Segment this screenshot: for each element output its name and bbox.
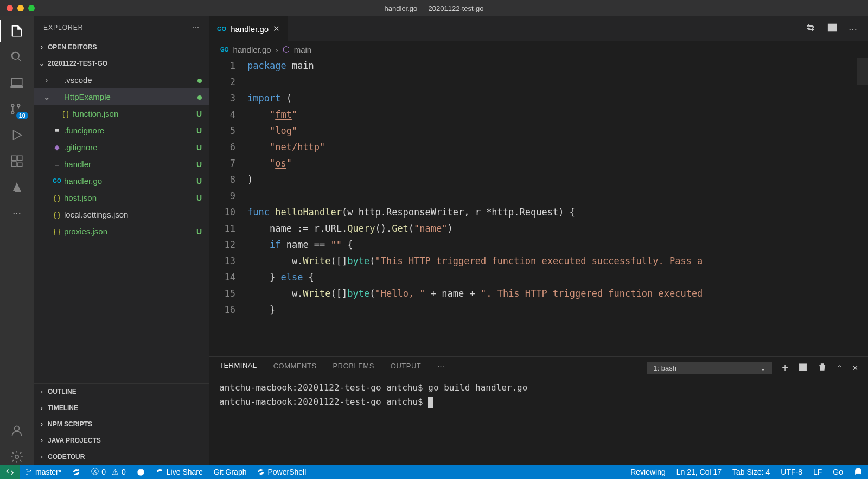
search-icon[interactable]: [9, 49, 25, 65]
azure-icon[interactable]: [9, 179, 25, 195]
minimize-window-button[interactable]: [17, 5, 24, 11]
eol[interactable]: LF: [808, 465, 827, 479]
extensions-icon[interactable]: [9, 153, 25, 169]
git-decoration: U: [196, 143, 202, 152]
section-java-projects[interactable]: ›JAVA PROJECTS: [34, 432, 209, 449]
tree-item-label: .vscode: [64, 75, 197, 85]
code-editor[interactable]: 12345678910111213141516 package main imp…: [209, 58, 868, 356]
tab-size[interactable]: Tab Size: 4: [727, 465, 775, 479]
project-section[interactable]: ⌄20201122-TEST-GO: [34, 55, 209, 72]
git-decoration: [197, 76, 202, 85]
problems-button[interactable]: ⓧ0⚠0: [86, 465, 131, 479]
git-decoration: U: [196, 110, 202, 118]
panel-tab-problems[interactable]: PROBLEMS: [333, 362, 374, 374]
explorer-icon[interactable]: [9, 23, 25, 39]
panel-more-icon[interactable]: ⋯: [437, 362, 445, 374]
git-decoration: [197, 93, 202, 101]
notifications-icon[interactable]: [848, 465, 868, 479]
file-icon: { }: [51, 194, 63, 202]
remote-explorer-icon[interactable]: [9, 75, 25, 91]
sidebar-title: EXPLORER: [43, 24, 83, 31]
terminal-selector[interactable]: 1: bash⌄: [647, 362, 772, 374]
settings-icon[interactable]: [9, 449, 25, 465]
tree-item[interactable]: { }host.jsonU: [34, 189, 209, 206]
tree-item[interactable]: { }proxies.jsonU: [34, 223, 209, 240]
go-file-icon: GO: [220, 47, 229, 53]
tab-handler-go[interactable]: GO handler.go ✕: [209, 16, 288, 41]
reviewing-status[interactable]: Reviewing: [625, 465, 671, 479]
more-icon[interactable]: ⋯: [9, 205, 25, 221]
file-icon: { }: [51, 210, 63, 219]
section-codetour[interactable]: ›CODETOUR: [34, 449, 209, 465]
open-editors-section[interactable]: ›OPEN EDITORS: [34, 39, 209, 55]
tree-item-label: handler.go: [64, 176, 196, 186]
window-title: handler.go — 20201122-test-go: [385, 4, 484, 12]
powershell-button[interactable]: PowerShell: [252, 465, 311, 479]
tree-item[interactable]: ◆.gitignoreU: [34, 139, 209, 156]
tree-item[interactable]: GOhandler.goU: [34, 173, 209, 189]
split-terminal-icon[interactable]: [798, 362, 808, 374]
tree-item-label: handler: [64, 159, 196, 169]
panel-tabs: TERMINALCOMMENTSPROBLEMSOUTPUT⋯ 1: bash⌄…: [209, 357, 868, 379]
ports-button[interactable]: [131, 465, 150, 479]
tree-item-label: proxies.json: [64, 227, 196, 236]
svg-point-5: [26, 474, 27, 475]
git-decoration: U: [196, 160, 202, 169]
accounts-icon[interactable]: [9, 423, 25, 439]
maximize-panel-icon[interactable]: ⌃: [837, 364, 843, 372]
panel-tab-terminal[interactable]: TERMINAL: [219, 361, 257, 374]
git-decoration: U: [196, 227, 202, 236]
source-control-icon[interactable]: 10: [9, 101, 25, 117]
tree-item[interactable]: { }function.jsonU: [34, 105, 209, 122]
new-terminal-icon[interactable]: +: [782, 362, 788, 374]
minimap[interactable]: [857, 58, 868, 85]
compare-changes-icon[interactable]: [805, 22, 816, 35]
tree-item[interactable]: ›.vscode: [34, 72, 209, 88]
kill-terminal-icon[interactable]: [818, 362, 827, 373]
git-branch[interactable]: master*: [20, 465, 67, 479]
terminal-output[interactable]: antchu-macbook:20201122-test-go antchu$ …: [209, 379, 868, 465]
section-npm-scripts[interactable]: ›NPM SCRIPTS: [34, 416, 209, 432]
tree-item-label: .gitignore: [64, 143, 196, 152]
split-editor-icon[interactable]: [827, 22, 838, 35]
close-tab-icon[interactable]: ✕: [273, 24, 280, 34]
remote-button[interactable]: [0, 465, 20, 479]
git-graph-button[interactable]: Git Graph: [208, 465, 252, 479]
tree-item-label: host.json: [64, 193, 196, 202]
tree-item[interactable]: { }local.settings.json: [34, 206, 209, 223]
panel-tab-comments[interactable]: COMMENTS: [273, 362, 317, 374]
editor-tabs: GO handler.go ✕ ⋯: [209, 16, 868, 41]
section-timeline[interactable]: ›TIMELINE: [34, 400, 209, 416]
titlebar: handler.go — 20201122-test-go: [0, 0, 868, 16]
tree-item[interactable]: ⌄HttpExample: [34, 88, 209, 105]
file-tree: ›.vscode⌄HttpExample{ }function.jsonU≡.f…: [34, 72, 209, 383]
git-decoration: U: [196, 126, 202, 135]
cursor-position[interactable]: Ln 21, Col 17: [671, 465, 727, 479]
close-window-button[interactable]: [7, 5, 13, 11]
language-mode[interactable]: Go: [827, 465, 848, 479]
maximize-window-button[interactable]: [28, 5, 35, 11]
run-debug-icon[interactable]: [9, 127, 25, 143]
file-icon: { }: [51, 227, 63, 235]
tree-item[interactable]: ≡handlerU: [34, 156, 209, 173]
sync-button[interactable]: [67, 465, 86, 479]
editor-more-icon[interactable]: ⋯: [848, 24, 857, 34]
breadcrumbs[interactable]: GO handler.go › ⬡ main: [209, 41, 868, 58]
section-outline[interactable]: ›OUTLINE: [34, 384, 209, 400]
live-share-button[interactable]: Live Share: [150, 465, 208, 479]
panel-tab-output[interactable]: OUTPUT: [391, 362, 421, 374]
sidebar-more-icon[interactable]: ⋯: [193, 24, 200, 31]
tree-item-label: local.settings.json: [64, 210, 202, 219]
git-decoration: U: [196, 194, 202, 202]
encoding[interactable]: UTF-8: [775, 465, 808, 479]
statusbar: master* ⓧ0⚠0 Live Share Git Graph PowerS…: [0, 465, 868, 479]
scm-badge: 10: [16, 112, 28, 119]
tab-label: handler.go: [231, 24, 269, 34]
panel: TERMINALCOMMENTSPROBLEMSOUTPUT⋯ 1: bash⌄…: [209, 356, 868, 465]
chevron-down-icon: ⌄: [760, 364, 766, 372]
svg-point-4: [26, 469, 27, 470]
window-controls: [7, 5, 35, 11]
close-panel-icon[interactable]: ✕: [852, 364, 858, 372]
breadcrumb-file: handler.go: [233, 45, 271, 54]
tree-item[interactable]: ≡.funcignoreU: [34, 122, 209, 139]
